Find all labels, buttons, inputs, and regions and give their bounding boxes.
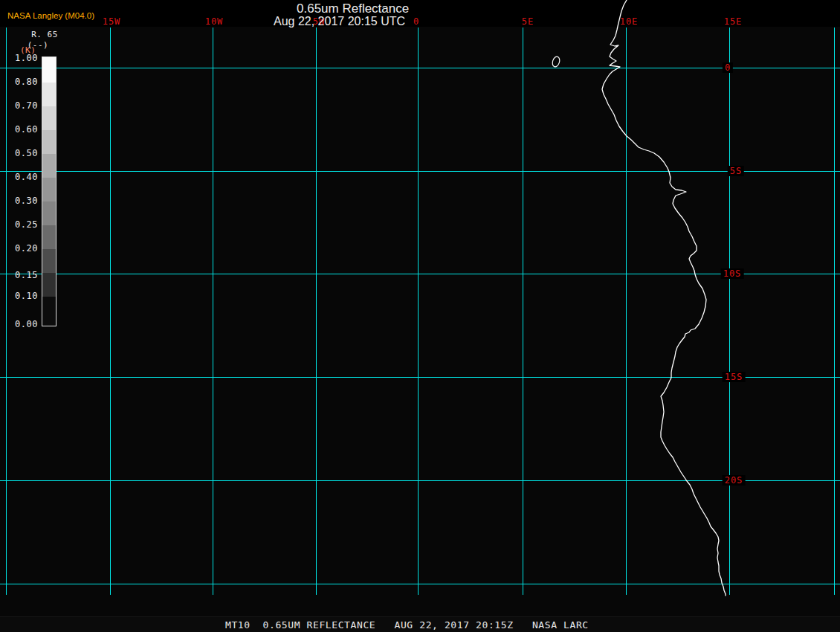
colorbar-band (42, 106, 56, 130)
satellite-reflectance-viewer: 15W10W5W05E10E15E 05S10S15S20S R. 65 (K)… (0, 0, 840, 632)
colorbar-tick-label: 0.30 (0, 196, 38, 206)
latitude-label-10S: 10S (721, 268, 744, 279)
colorbar-band (42, 297, 56, 326)
latitude-label-0: 0 (723, 62, 733, 73)
island-outline (552, 56, 561, 68)
coastline (602, 0, 726, 596)
colorbar-tick-label: 0.50 (0, 148, 38, 158)
image-timestamp: Aug 22, 2017 20:15 UTC (274, 15, 405, 28)
colorbar-tick-label: 0.00 (0, 319, 38, 329)
page-title: 0.65um Reflectance (297, 1, 409, 16)
colorbar-tick-label: 0.40 (0, 172, 38, 182)
colorbar-title: R. 65 (31, 30, 58, 39)
colorbar-band (42, 130, 56, 154)
credit-label: NASA Langley (M04.0) (7, 11, 94, 20)
header: NASA Langley (M04.0) 0.65um Reflectance … (0, 0, 840, 30)
latitude-label-15S: 15S (723, 372, 746, 382)
colorbar-tick-label: 1.00 (0, 53, 38, 63)
colorbar-tick-label: 0.80 (0, 77, 38, 87)
colorbar-band (42, 154, 56, 178)
colorbar-tick-label: 0.15 (0, 270, 38, 280)
colorbar-band (42, 57, 56, 83)
colorbar-band (42, 201, 56, 225)
latitude-label-20S: 20S (723, 475, 746, 486)
colorbar-band (42, 225, 56, 249)
colorbar-tick-label: 0.20 (0, 243, 38, 254)
colorbar-tick-label: 0.70 (0, 100, 38, 111)
colorbar-band (42, 273, 56, 297)
footer-caption: MT10 0.65UM REFLECTANCE AUG 22, 2017 20:… (225, 620, 589, 631)
colorbar-tick-label: 0.10 (0, 291, 38, 301)
colorbar-tick-label: 0.60 (0, 124, 38, 135)
colorbar-band (42, 83, 56, 106)
colorbar-units: (--) (28, 41, 49, 50)
colorbar-band (42, 178, 56, 201)
map-graticule-and-coastline (0, 0, 840, 632)
colorbar-band (42, 249, 56, 273)
colorbar-tick-label: 0.25 (0, 219, 38, 230)
colorbar-gradient (42, 57, 56, 326)
latitude-label-5S: 5S (728, 166, 744, 176)
